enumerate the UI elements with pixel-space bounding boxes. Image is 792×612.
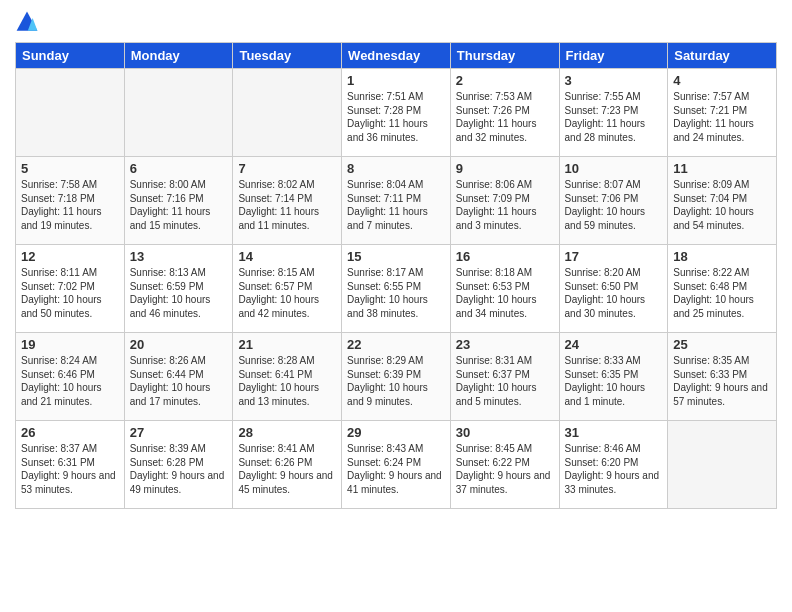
day-number: 28	[238, 425, 336, 440]
calendar-body: 1Sunrise: 7:51 AMSunset: 7:28 PMDaylight…	[16, 69, 777, 509]
day-info: Sunrise: 7:53 AMSunset: 7:26 PMDaylight:…	[456, 90, 554, 144]
day-info: Sunrise: 8:41 AMSunset: 6:26 PMDaylight:…	[238, 442, 336, 496]
day-number: 20	[130, 337, 228, 352]
day-info: Sunrise: 8:45 AMSunset: 6:22 PMDaylight:…	[456, 442, 554, 496]
logo-icon	[15, 10, 39, 34]
day-info: Sunrise: 8:24 AMSunset: 6:46 PMDaylight:…	[21, 354, 119, 408]
day-info: Sunrise: 8:06 AMSunset: 7:09 PMDaylight:…	[456, 178, 554, 232]
day-info: Sunrise: 8:07 AMSunset: 7:06 PMDaylight:…	[565, 178, 663, 232]
calendar-cell: 9Sunrise: 8:06 AMSunset: 7:09 PMDaylight…	[450, 157, 559, 245]
page: SundayMondayTuesdayWednesdayThursdayFrid…	[0, 0, 792, 612]
day-number: 27	[130, 425, 228, 440]
day-number: 15	[347, 249, 445, 264]
calendar-cell: 31Sunrise: 8:46 AMSunset: 6:20 PMDayligh…	[559, 421, 668, 509]
day-info: Sunrise: 8:18 AMSunset: 6:53 PMDaylight:…	[456, 266, 554, 320]
day-number: 10	[565, 161, 663, 176]
day-header-monday: Monday	[124, 43, 233, 69]
calendar-cell: 23Sunrise: 8:31 AMSunset: 6:37 PMDayligh…	[450, 333, 559, 421]
calendar-cell: 21Sunrise: 8:28 AMSunset: 6:41 PMDayligh…	[233, 333, 342, 421]
day-info: Sunrise: 8:13 AMSunset: 6:59 PMDaylight:…	[130, 266, 228, 320]
day-number: 17	[565, 249, 663, 264]
calendar-cell: 7Sunrise: 8:02 AMSunset: 7:14 PMDaylight…	[233, 157, 342, 245]
week-row-4: 19Sunrise: 8:24 AMSunset: 6:46 PMDayligh…	[16, 333, 777, 421]
week-row-3: 12Sunrise: 8:11 AMSunset: 7:02 PMDayligh…	[16, 245, 777, 333]
day-info: Sunrise: 8:20 AMSunset: 6:50 PMDaylight:…	[565, 266, 663, 320]
day-number: 4	[673, 73, 771, 88]
calendar-cell: 26Sunrise: 8:37 AMSunset: 6:31 PMDayligh…	[16, 421, 125, 509]
calendar-cell	[124, 69, 233, 157]
calendar-cell: 18Sunrise: 8:22 AMSunset: 6:48 PMDayligh…	[668, 245, 777, 333]
calendar-cell: 25Sunrise: 8:35 AMSunset: 6:33 PMDayligh…	[668, 333, 777, 421]
day-info: Sunrise: 8:37 AMSunset: 6:31 PMDaylight:…	[21, 442, 119, 496]
day-number: 6	[130, 161, 228, 176]
day-number: 12	[21, 249, 119, 264]
day-info: Sunrise: 8:15 AMSunset: 6:57 PMDaylight:…	[238, 266, 336, 320]
day-info: Sunrise: 8:22 AMSunset: 6:48 PMDaylight:…	[673, 266, 771, 320]
calendar-cell: 4Sunrise: 7:57 AMSunset: 7:21 PMDaylight…	[668, 69, 777, 157]
week-row-5: 26Sunrise: 8:37 AMSunset: 6:31 PMDayligh…	[16, 421, 777, 509]
day-info: Sunrise: 8:33 AMSunset: 6:35 PMDaylight:…	[565, 354, 663, 408]
calendar-cell: 30Sunrise: 8:45 AMSunset: 6:22 PMDayligh…	[450, 421, 559, 509]
calendar-cell: 2Sunrise: 7:53 AMSunset: 7:26 PMDaylight…	[450, 69, 559, 157]
day-number: 26	[21, 425, 119, 440]
calendar-cell: 15Sunrise: 8:17 AMSunset: 6:55 PMDayligh…	[342, 245, 451, 333]
header	[15, 10, 777, 34]
calendar-cell	[16, 69, 125, 157]
calendar-cell: 17Sunrise: 8:20 AMSunset: 6:50 PMDayligh…	[559, 245, 668, 333]
calendar-cell: 13Sunrise: 8:13 AMSunset: 6:59 PMDayligh…	[124, 245, 233, 333]
day-info: Sunrise: 8:28 AMSunset: 6:41 PMDaylight:…	[238, 354, 336, 408]
calendar-cell: 11Sunrise: 8:09 AMSunset: 7:04 PMDayligh…	[668, 157, 777, 245]
day-number: 30	[456, 425, 554, 440]
calendar-cell: 12Sunrise: 8:11 AMSunset: 7:02 PMDayligh…	[16, 245, 125, 333]
day-number: 3	[565, 73, 663, 88]
day-number: 11	[673, 161, 771, 176]
day-info: Sunrise: 8:29 AMSunset: 6:39 PMDaylight:…	[347, 354, 445, 408]
calendar-cell: 6Sunrise: 8:00 AMSunset: 7:16 PMDaylight…	[124, 157, 233, 245]
day-info: Sunrise: 8:09 AMSunset: 7:04 PMDaylight:…	[673, 178, 771, 232]
calendar-cell	[233, 69, 342, 157]
day-number: 7	[238, 161, 336, 176]
calendar-cell: 8Sunrise: 8:04 AMSunset: 7:11 PMDaylight…	[342, 157, 451, 245]
day-info: Sunrise: 8:43 AMSunset: 6:24 PMDaylight:…	[347, 442, 445, 496]
day-number: 24	[565, 337, 663, 352]
day-header-tuesday: Tuesday	[233, 43, 342, 69]
day-info: Sunrise: 8:35 AMSunset: 6:33 PMDaylight:…	[673, 354, 771, 408]
calendar-cell: 22Sunrise: 8:29 AMSunset: 6:39 PMDayligh…	[342, 333, 451, 421]
calendar-cell: 3Sunrise: 7:55 AMSunset: 7:23 PMDaylight…	[559, 69, 668, 157]
day-header-wednesday: Wednesday	[342, 43, 451, 69]
day-number: 23	[456, 337, 554, 352]
logo	[15, 10, 43, 34]
calendar-cell: 19Sunrise: 8:24 AMSunset: 6:46 PMDayligh…	[16, 333, 125, 421]
day-info: Sunrise: 8:04 AMSunset: 7:11 PMDaylight:…	[347, 178, 445, 232]
day-header-thursday: Thursday	[450, 43, 559, 69]
calendar-header-row: SundayMondayTuesdayWednesdayThursdayFrid…	[16, 43, 777, 69]
day-number: 5	[21, 161, 119, 176]
day-info: Sunrise: 7:51 AMSunset: 7:28 PMDaylight:…	[347, 90, 445, 144]
day-number: 29	[347, 425, 445, 440]
day-number: 13	[130, 249, 228, 264]
day-header-saturday: Saturday	[668, 43, 777, 69]
day-info: Sunrise: 8:11 AMSunset: 7:02 PMDaylight:…	[21, 266, 119, 320]
day-number: 18	[673, 249, 771, 264]
calendar-cell: 24Sunrise: 8:33 AMSunset: 6:35 PMDayligh…	[559, 333, 668, 421]
calendar-cell: 14Sunrise: 8:15 AMSunset: 6:57 PMDayligh…	[233, 245, 342, 333]
calendar-cell: 28Sunrise: 8:41 AMSunset: 6:26 PMDayligh…	[233, 421, 342, 509]
week-row-2: 5Sunrise: 7:58 AMSunset: 7:18 PMDaylight…	[16, 157, 777, 245]
day-number: 9	[456, 161, 554, 176]
day-info: Sunrise: 7:58 AMSunset: 7:18 PMDaylight:…	[21, 178, 119, 232]
calendar-cell: 20Sunrise: 8:26 AMSunset: 6:44 PMDayligh…	[124, 333, 233, 421]
calendar-table: SundayMondayTuesdayWednesdayThursdayFrid…	[15, 42, 777, 509]
day-header-friday: Friday	[559, 43, 668, 69]
day-info: Sunrise: 7:55 AMSunset: 7:23 PMDaylight:…	[565, 90, 663, 144]
day-number: 8	[347, 161, 445, 176]
calendar-cell: 5Sunrise: 7:58 AMSunset: 7:18 PMDaylight…	[16, 157, 125, 245]
day-header-sunday: Sunday	[16, 43, 125, 69]
day-info: Sunrise: 7:57 AMSunset: 7:21 PMDaylight:…	[673, 90, 771, 144]
day-number: 21	[238, 337, 336, 352]
day-number: 19	[21, 337, 119, 352]
day-info: Sunrise: 8:02 AMSunset: 7:14 PMDaylight:…	[238, 178, 336, 232]
day-info: Sunrise: 8:17 AMSunset: 6:55 PMDaylight:…	[347, 266, 445, 320]
week-row-1: 1Sunrise: 7:51 AMSunset: 7:28 PMDaylight…	[16, 69, 777, 157]
day-number: 31	[565, 425, 663, 440]
day-number: 2	[456, 73, 554, 88]
